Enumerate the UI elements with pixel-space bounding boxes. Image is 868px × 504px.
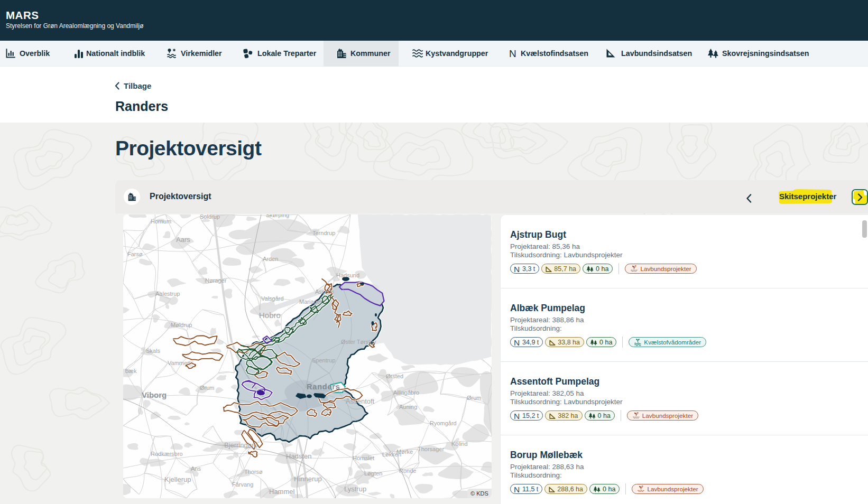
svg-text:N: N: [509, 48, 516, 59]
svg-text:Aalestrup: Aalestrup: [155, 291, 180, 297]
svg-text:N: N: [514, 485, 520, 493]
svg-text:bæk: bæk: [125, 368, 137, 374]
svg-text:Fårvang: Fårvang: [232, 481, 253, 488]
svg-text:N: N: [514, 265, 520, 273]
svg-text:Hobro: Hobro: [259, 311, 281, 320]
svg-text:Farsø: Farsø: [127, 251, 143, 257]
svg-text:Vammen: Vammen: [168, 360, 190, 366]
svg-text:Ans: Ans: [191, 465, 201, 472]
svg-text:Ronde: Ronde: [399, 468, 416, 474]
svg-text:Ryomgård: Ryomgård: [430, 420, 457, 426]
svg-text:N: N: [514, 412, 520, 420]
svg-text:Mariager: Mariager: [299, 298, 322, 305]
svg-text:Assentoft: Assentoft: [346, 397, 375, 405]
svg-text:Terndrup: Terndrup: [312, 230, 335, 236]
svg-text:Randers: Randers: [307, 382, 340, 391]
svg-text:Kolind: Kolind: [451, 441, 468, 447]
svg-text:Lystrup: Lystrup: [344, 485, 366, 493]
svg-text:Spentrup: Spentrup: [312, 357, 336, 363]
svg-text:Skals: Skals: [146, 348, 160, 354]
svg-text:Auning: Auning: [399, 404, 417, 410]
svg-text:Hinnerup: Hinnerup: [294, 475, 322, 483]
svg-text:Thorsø: Thorsø: [244, 469, 263, 475]
svg-text:Mørke: Mørke: [396, 449, 413, 455]
svg-text:Soldrup: Soldrup: [200, 214, 220, 220]
svg-text:Hadsten: Hadsten: [286, 452, 311, 460]
svg-text:Arden: Arden: [263, 256, 278, 262]
svg-text:Rodkærsbro: Rodkærsbro: [151, 451, 183, 457]
svg-text:Nørager: Nørager: [205, 277, 227, 284]
svg-text:Løgten: Løgten: [364, 470, 382, 477]
svg-text:Valsgård: Valsgård: [261, 295, 284, 302]
svg-text:N: N: [514, 338, 520, 347]
svg-text:Ørsted: Ørsted: [386, 373, 403, 379]
svg-text:Kjellerup: Kjellerup: [164, 475, 191, 483]
svg-text:Hadsund: Hadsund: [336, 272, 359, 278]
svg-text:Viborg: Viborg: [142, 390, 167, 399]
svg-text:Øster Tørslev: Øster Tørslev: [341, 339, 376, 345]
svg-text:Assens: Assens: [315, 288, 335, 295]
svg-text:Hornslet: Hornslet: [353, 455, 374, 461]
svg-text:Ørum: Ørum: [200, 385, 215, 391]
svg-text:Allingåbro: Allingåbro: [393, 389, 419, 396]
svg-text:Bjerringbro: Bjerringbro: [224, 441, 258, 449]
svg-text:Ørum: Ørum: [467, 395, 482, 401]
svg-text:Aars: Aars: [176, 236, 190, 244]
svg-text:Hornum: Hornum: [151, 218, 171, 225]
svg-text:Møldrup: Møldrup: [171, 322, 192, 328]
svg-text:Skørping: Skørping: [266, 214, 289, 218]
svg-text:Hammel: Hammel: [269, 488, 295, 496]
svg-text:Thorsager: Thorsager: [418, 446, 444, 452]
